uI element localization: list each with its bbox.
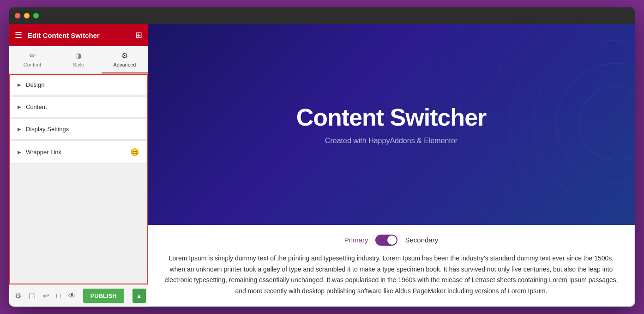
svg-point-3	[510, 24, 635, 225]
sidebar-panels: ▶ Design ▶ Content ▶ Display Settings	[9, 74, 148, 284]
tab-style-label: Style	[73, 62, 84, 67]
gear-icon: ⚙	[121, 51, 128, 60]
pencil-icon: ✏	[30, 51, 36, 60]
toggle-knob	[387, 236, 397, 245]
publish-button[interactable]: PUBLISH	[83, 289, 124, 303]
responsive-icon[interactable]: □	[56, 292, 61, 300]
hamburger-icon[interactable]: ☰	[15, 30, 22, 40]
tab-advanced[interactable]: ⚙ Advanced	[102, 46, 148, 73]
svg-point-1	[556, 63, 635, 183]
history-icon[interactable]: ↩	[43, 291, 49, 300]
panel-display-header: ▶ Display Settings	[10, 119, 147, 139]
tab-content[interactable]: ✏ Content	[9, 46, 55, 73]
switcher-row: Primary Secondary	[162, 235, 620, 246]
panel-design-header: ▶ Design	[10, 75, 147, 95]
maximize-button[interactable]	[33, 13, 39, 18]
svg-point-0	[579, 86, 635, 160]
svg-point-2	[533, 40, 635, 206]
sidebar: ☰ Edit Content Switcher ⊞ ✏ Content ◑ St…	[9, 24, 148, 307]
panel-wrapper-link[interactable]: ▶ Wrapper Link 😊	[10, 141, 147, 163]
svg-point-4	[487, 24, 635, 225]
hero-subtitle: Created with HappyAddons & Elementor	[325, 137, 457, 145]
preview-icon[interactable]: 👁	[68, 292, 76, 300]
panel-design[interactable]: ▶ Design	[10, 75, 147, 95]
grid-icon[interactable]: ⊞	[135, 30, 142, 40]
panel-design-label: Design	[26, 81, 44, 88]
tab-style[interactable]: ◑ Style	[55, 46, 102, 73]
chevron-right-icon: ▶	[18, 82, 21, 87]
panel-content-header: ▶ Content	[10, 97, 147, 117]
tab-advanced-label: Advanced	[114, 62, 136, 67]
tab-content-label: Content	[24, 62, 42, 67]
settings-icon[interactable]: ⚙	[15, 291, 21, 300]
secondary-label: Secondary	[405, 236, 438, 244]
minimize-button[interactable]	[24, 13, 30, 18]
hero-section: Content Switcher Created with HappyAddon…	[148, 24, 635, 225]
panel-display-settings[interactable]: ▶ Display Settings	[10, 119, 147, 139]
body-text: Lorem Ipsum is simply dummy text of the …	[162, 253, 620, 297]
app-body: ☰ Edit Content Switcher ⊞ ✏ Content ◑ St…	[9, 24, 635, 307]
layers-icon[interactable]: ◫	[29, 291, 36, 300]
main-content: Content Switcher Created with HappyAddon…	[148, 24, 635, 307]
panel-content[interactable]: ▶ Content	[10, 97, 147, 117]
close-button[interactable]	[15, 13, 20, 18]
sidebar-tabs: ✏ Content ◑ Style ⚙ Advanced	[9, 46, 148, 74]
style-icon: ◑	[75, 51, 82, 60]
panel-wrapper-label: Wrapper Link	[26, 149, 61, 156]
content-section: Primary Secondary Lorem Ipsum is simply …	[148, 225, 635, 307]
primary-label: Primary	[344, 236, 368, 244]
toggle-switch[interactable]	[375, 235, 397, 246]
sidebar-title: Edit Content Switcher	[28, 31, 130, 39]
chevron-right-icon-2: ▶	[18, 104, 21, 109]
hero-title: Content Switcher	[296, 103, 487, 131]
panel-display-label: Display Settings	[26, 126, 69, 133]
chevron-right-icon-3: ▶	[18, 127, 21, 132]
panel-content-label: Content	[26, 103, 47, 110]
publish-arrow-button[interactable]: ▲	[132, 289, 146, 303]
panel-wrapper-header: ▶ Wrapper Link 😊	[10, 141, 147, 163]
app-window: ☰ Edit Content Switcher ⊞ ✏ Content ◑ St…	[9, 7, 635, 307]
sidebar-footer: ⚙ ◫ ↩ □ 👁 PUBLISH ▲	[9, 284, 148, 307]
wrapper-link-emoji: 😊	[130, 148, 139, 157]
chevron-right-icon-4: ▶	[18, 150, 21, 155]
titlebar	[9, 7, 635, 24]
sidebar-header: ☰ Edit Content Switcher ⊞	[9, 24, 148, 46]
